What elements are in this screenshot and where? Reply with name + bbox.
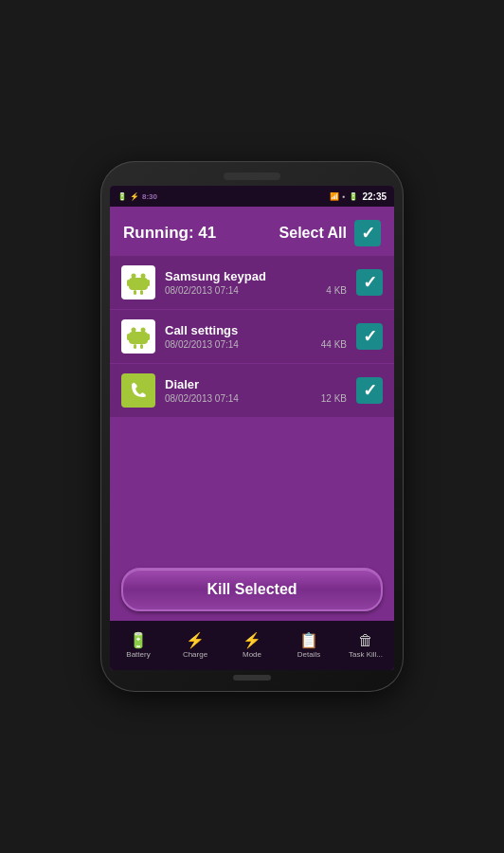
wifi-icon: ▪ bbox=[343, 192, 346, 201]
battery-full-icon: 🔋 bbox=[349, 192, 358, 201]
app-meta: 08/02/2013 07:14 44 KB bbox=[165, 339, 347, 350]
app-name: Call settings bbox=[165, 323, 347, 337]
list-item[interactable]: Samsung keypad 08/02/2013 07:14 4 KB bbox=[110, 256, 394, 309]
charge-nav-icon: ⚡ bbox=[186, 633, 205, 648]
select-all-group: Select All bbox=[279, 220, 381, 246]
svg-rect-9 bbox=[129, 332, 148, 344]
nav-item-task-kill[interactable]: 🗑 Task Kill... bbox=[337, 621, 394, 670]
nav-item-charge[interactable]: ⚡ Charge bbox=[167, 621, 224, 670]
nav-item-details[interactable]: 📋 Details bbox=[280, 621, 337, 670]
nav-item-mode[interactable]: ⚡ Mode bbox=[224, 621, 280, 670]
app-info-dialer: Dialer 08/02/2013 07:14 12 KB bbox=[165, 377, 347, 404]
battery-nav-icon: 🔋 bbox=[129, 633, 148, 648]
svg-rect-6 bbox=[140, 290, 143, 295]
bottom-nav: 🔋 Battery ⚡ Charge ⚡ Mode 📋 Details 🗑 Ta… bbox=[110, 621, 394, 670]
app-icon-call-settings bbox=[121, 319, 155, 354]
svg-point-1 bbox=[141, 274, 146, 279]
android-logo-icon bbox=[125, 323, 152, 350]
usb-icon: ⚡ bbox=[130, 192, 139, 201]
phone-home-button[interactable] bbox=[233, 675, 271, 681]
app-date: 08/02/2013 07:14 bbox=[165, 339, 239, 350]
app-icon-dialer bbox=[121, 373, 155, 408]
svg-rect-5 bbox=[134, 290, 136, 295]
list-item[interactable]: Dialer 08/02/2013 07:14 12 KB bbox=[110, 364, 394, 417]
svg-rect-11 bbox=[147, 334, 150, 340]
details-nav-icon: 📋 bbox=[299, 633, 318, 648]
android-logo-icon bbox=[125, 269, 152, 296]
nav-label-details: Details bbox=[297, 650, 320, 659]
app-name: Dialer bbox=[165, 377, 347, 391]
app-name: Samsung keypad bbox=[165, 269, 347, 283]
select-all-checkbox[interactable] bbox=[354, 220, 381, 246]
svg-point-8 bbox=[141, 328, 146, 333]
kill-button-container: Kill Selected bbox=[110, 558, 394, 621]
app-date: 08/02/2013 07:14 bbox=[165, 285, 239, 296]
app-list: Samsung keypad 08/02/2013 07:14 4 KB bbox=[110, 256, 394, 558]
select-all-label: Select All bbox=[279, 225, 347, 242]
nav-label-mode: Mode bbox=[243, 650, 261, 659]
phone-screen: 🔋 ⚡ 8:30 📶 ▪ 🔋 22:35 Running: 41 Select … bbox=[110, 186, 394, 670]
status-right: 📶 ▪ 🔋 22:35 bbox=[330, 191, 387, 202]
app-size: 44 KB bbox=[321, 339, 347, 350]
status-bar: 🔋 ⚡ 8:30 📶 ▪ 🔋 22:35 bbox=[110, 186, 394, 207]
svg-rect-3 bbox=[127, 280, 130, 286]
app-meta: 08/02/2013 07:14 12 KB bbox=[165, 393, 347, 404]
battery-icon: 🔋 bbox=[117, 192, 127, 201]
running-count: Running: 41 bbox=[123, 224, 216, 243]
app-checkbox-2[interactable] bbox=[356, 377, 383, 404]
phone-handset-icon bbox=[128, 380, 149, 401]
signal-icon: 📶 bbox=[330, 192, 339, 201]
status-top-time: 8:30 bbox=[142, 192, 157, 201]
header-row: Running: 41 Select All bbox=[110, 207, 394, 256]
svg-point-0 bbox=[132, 274, 136, 279]
app-icon-samsung-keypad bbox=[121, 265, 155, 299]
task-kill-nav-icon: 🗑 bbox=[358, 633, 373, 648]
svg-rect-4 bbox=[147, 280, 150, 286]
main-content: Running: 41 Select All bbox=[110, 207, 394, 621]
status-left: 🔋 ⚡ 8:30 bbox=[117, 192, 157, 201]
app-checkbox-1[interactable] bbox=[356, 323, 383, 350]
app-meta: 08/02/2013 07:14 4 KB bbox=[165, 285, 347, 296]
phone-speaker bbox=[224, 172, 280, 180]
nav-label-battery: Battery bbox=[126, 650, 150, 659]
app-info-samsung-keypad: Samsung keypad 08/02/2013 07:14 4 KB bbox=[165, 269, 347, 296]
nav-label-task-kill: Task Kill... bbox=[349, 650, 383, 659]
app-size: 12 KB bbox=[321, 393, 347, 404]
list-item[interactable]: Call settings 08/02/2013 07:14 44 KB bbox=[110, 310, 394, 363]
svg-rect-2 bbox=[129, 278, 148, 290]
svg-rect-12 bbox=[134, 344, 136, 349]
status-time: 22:35 bbox=[362, 191, 387, 202]
app-date: 08/02/2013 07:14 bbox=[165, 393, 239, 404]
svg-rect-13 bbox=[140, 344, 143, 349]
app-size: 4 KB bbox=[326, 285, 347, 296]
svg-point-7 bbox=[132, 328, 136, 333]
mode-nav-icon: ⚡ bbox=[243, 633, 261, 648]
nav-label-charge: Charge bbox=[183, 650, 207, 659]
app-checkbox-0[interactable] bbox=[356, 269, 383, 296]
kill-selected-button[interactable]: Kill Selected bbox=[121, 568, 383, 611]
svg-rect-10 bbox=[127, 334, 130, 340]
phone-device: 🔋 ⚡ 8:30 📶 ▪ 🔋 22:35 Running: 41 Select … bbox=[100, 161, 404, 692]
nav-item-battery[interactable]: 🔋 Battery bbox=[110, 621, 167, 670]
app-info-call-settings: Call settings 08/02/2013 07:14 44 KB bbox=[165, 323, 347, 350]
